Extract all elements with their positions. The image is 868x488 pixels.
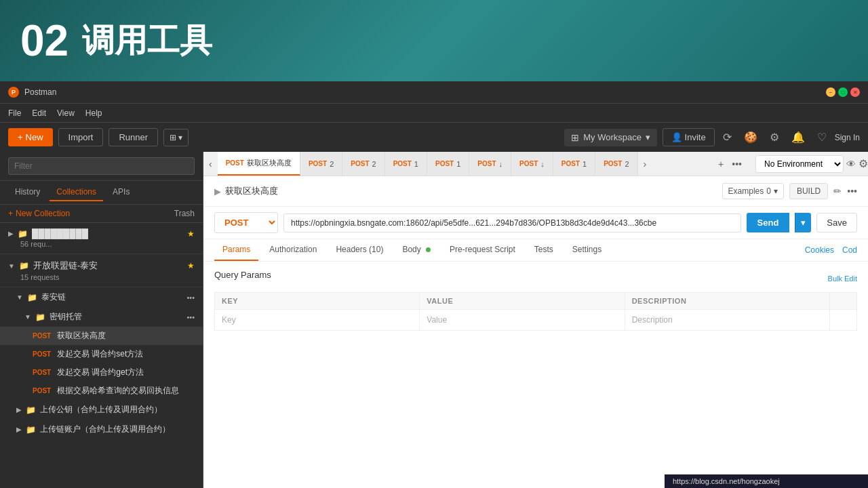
request-name-1: 获取区块高度 [57,330,106,342]
minimize-button[interactable]: − [826,87,835,97]
value-input[interactable] [427,315,617,325]
method-badge-1: POST [33,332,52,340]
request-send-tx-get[interactable]: POST 发起交易 调合约get方法 [0,363,203,382]
send-arrow-button[interactable]: ▾ [795,213,811,232]
value-cell[interactable] [420,310,625,331]
cookie-icon[interactable]: 🍪 [741,128,760,146]
workspace-selector[interactable]: ⊞ My Workspace ▾ [564,129,657,146]
environment-select[interactable]: No Environment [755,155,844,173]
new-button[interactable]: + New [8,128,53,146]
filter-input[interactable] [8,157,195,175]
title-bar: P Postman − □ ✕ [0,81,868,103]
req-tab-authorization[interactable]: Authorization [261,239,325,261]
key-cell[interactable] [215,310,420,331]
request-name-4: 根据交易哈希查询的交易回执信息 [57,385,179,396]
tab-apis[interactable]: APIs [106,184,136,201]
tabs-prev-button[interactable]: ‹ [203,159,218,169]
invite-button[interactable]: 👤 Invite [663,128,715,146]
maximize-button[interactable]: □ [838,87,848,97]
req-tab-settings[interactable]: Settings [564,239,610,261]
tab-label-4: 1 [456,160,460,168]
tabs-actions: + ••• [710,156,750,172]
add-tab-button[interactable]: + [715,156,726,172]
settings-icon[interactable]: ⚙ [767,128,782,146]
folder-taian-chain[interactable]: ▼ 📁 泰安链 ••• [0,287,203,307]
tab-collections[interactable]: Collections [50,184,103,201]
expand-icon-5: ▶ [16,406,22,413]
cookies-link[interactable]: Cookies [805,245,834,255]
env-eye-button[interactable]: 👁 [846,159,856,169]
method-select[interactable]: POST GET PUT DELETE [214,212,278,233]
req-tab-tests[interactable]: Tests [526,239,561,261]
expand-icon-2: ▼ [8,262,15,270]
tab-history[interactable]: History [8,184,47,201]
col-actions [830,293,857,310]
collection-item[interactable]: ▶ 📁 █████████ ★ 56 requ... [0,223,203,254]
req-tab-body[interactable]: Body [394,239,439,261]
env-settings-button[interactable]: ⚙ [859,157,868,170]
tab-5[interactable]: POST 1 [427,152,469,176]
build-button[interactable]: BUILD [789,183,828,199]
tab-8[interactable]: POST 1 [553,152,595,176]
tab-get-block-height[interactable]: POST 获取区块高度 [218,152,300,176]
req-tab-headers[interactable]: Headers (10) [328,239,391,261]
url-input[interactable] [283,214,741,232]
tab-6[interactable]: POST ↓ [469,152,511,176]
tab-3[interactable]: POST 2 [342,152,384,176]
folder-upload-pubkey[interactable]: ▶ 📁 上传公钥（合约上传及调用合约） [0,400,203,420]
col-key: KEY [215,293,420,310]
menu-edit[interactable]: Edit [32,108,46,118]
tab-4[interactable]: POST 1 [385,152,427,176]
sidebar-search-area [0,152,203,181]
menu-file[interactable]: File [8,108,21,118]
description-cell[interactable] [625,310,829,331]
title-bar-text: Postman [24,87,56,97]
more-options-button[interactable]: ••• [847,186,857,197]
menu-view[interactable]: View [57,108,75,118]
import-button[interactable]: Import [58,128,104,146]
runner-button[interactable]: Runner [108,128,158,146]
trash-button[interactable]: Trash [174,209,195,218]
tab-2[interactable]: POST 2 [300,152,342,176]
signin-button[interactable]: Sign In [835,133,860,142]
new-collection-button[interactable]: + New Collection [8,209,70,218]
collection-item-2[interactable]: ▼ 📁 开放联盟链-泰安 ★ 15 requests [0,254,203,287]
send-button[interactable]: Send [747,213,790,232]
postman-icon: P [8,87,19,98]
row-actions [830,310,857,331]
description-input[interactable] [632,315,823,325]
close-button[interactable]: ✕ [850,87,860,97]
top-banner: 02 调用工具 [0,0,868,81]
more-tabs-button[interactable]: ••• [729,156,745,172]
bulk-edit-button[interactable]: Bulk Edit [828,270,857,287]
tab-7[interactable]: POST ↓ [511,152,553,176]
request-send-tx-set[interactable]: POST 发起交易 调合约set方法 [0,345,203,363]
menu-help[interactable]: Help [85,108,102,118]
folder-name-pubkey: 上传公钥（合约上传及调用合约） [40,404,195,415]
edit-icon-button[interactable]: ✏ [833,186,842,197]
heart-icon[interactable]: ♡ [814,128,829,146]
examples-button[interactable]: Examples 0 ▾ [722,183,784,199]
save-button[interactable]: Save [816,213,857,232]
code-link[interactable]: Cod [842,245,857,255]
request-query-tx[interactable]: POST 根据交易哈希查询的交易回执信息 [0,382,203,400]
collection-name-2: 开放联盟链-泰安 [33,260,183,272]
req-tab-prerequest[interactable]: Pre-request Script [441,239,524,261]
bell-icon[interactable]: 🔔 [789,128,808,146]
more-icon-2[interactable]: ••• [186,313,195,321]
method-badge-3: POST [33,369,52,376]
tab-9[interactable]: POST 2 [595,152,637,176]
request-actions: Examples 0 ▾ BUILD ✏ ••• [722,183,857,199]
folder-upload-account[interactable]: ▶ 📁 上传链账户（合约上传及调用合约） [0,420,203,439]
req-tab-params[interactable]: Params [214,239,258,261]
layout-toggle[interactable]: ⊞ ▾ [163,129,189,146]
request-header-area: ▶ 获取区块高度 Examples 0 ▾ BUILD ✏ ••• [203,176,868,207]
right-panel: ‹ POST 获取区块高度 POST 2 POST 2 POST 1 [203,152,868,488]
collection-name: █████████ [32,228,183,239]
folder-key-custody[interactable]: ▼ 📁 密钥托管 ••• [0,307,203,327]
request-get-block-height[interactable]: POST 获取区块高度 [0,327,203,345]
sync-icon[interactable]: ⟳ [720,128,734,146]
tabs-next-button[interactable]: › [638,159,652,169]
more-icon[interactable]: ••• [186,293,195,302]
key-input[interactable] [222,315,412,325]
